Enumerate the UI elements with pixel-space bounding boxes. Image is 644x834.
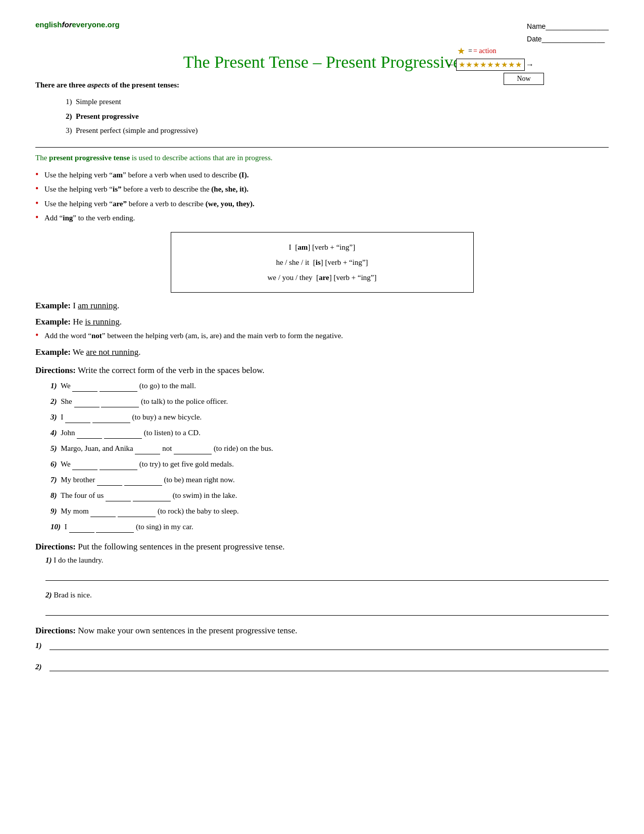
directions-2-text: Put the following sentences in the prese… — [78, 542, 284, 551]
name-date-block: Name________________ Date_______________… — [527, 20, 609, 45]
blank-1b[interactable] — [100, 384, 137, 392]
blank-2b[interactable] — [101, 399, 139, 407]
own-sent-num-2: 2) — [35, 663, 45, 671]
exercise-1-5: 5) Margo, Juan, and Anika not (to ride) … — [51, 442, 609, 454]
directions-2-label: Directions: — [35, 542, 76, 551]
ex1-num-8: 8) — [51, 491, 57, 499]
date-row: Date________________ — [527, 33, 609, 45]
directions-3: Directions: Now make your own sentences … — [35, 626, 609, 636]
exercise-1-7: 7) My brother (to be) mean right now. — [51, 474, 609, 486]
directions-3-label: Directions: — [35, 626, 76, 635]
aspects-list: 1) Simple present 2) Present progressive… — [66, 95, 609, 138]
rule-1: Use the helping verb “am” before a verb … — [35, 169, 609, 181]
own-sentence-blank-2[interactable] — [49, 661, 609, 671]
now-box: Now — [504, 73, 544, 85]
sentence-2-2: 2) Brad is nice. — [45, 591, 609, 616]
blank-7b[interactable] — [124, 478, 162, 486]
directions-3-text: Now make your own sentences in the prese… — [78, 626, 297, 635]
ex1-num-5: 5) — [51, 444, 57, 452]
sent-num-1: 1) — [45, 556, 52, 564]
intro-section: ★ = = action ← ★★★★★★★★★ → Now There are… — [35, 81, 609, 138]
blank-6a[interactable] — [72, 462, 97, 470]
blank-8b[interactable] — [133, 493, 171, 501]
formula-line-2: he / she / it [is] [verb + “ing”] — [186, 255, 458, 270]
sentence-2-2-text: Brad is nice. — [54, 591, 91, 599]
definition-line: The present progressive tense is used to… — [35, 154, 609, 162]
blank-4b[interactable] — [104, 431, 142, 439]
site-name-pre: english — [35, 20, 62, 29]
blank-5a[interactable] — [135, 446, 160, 454]
exercise-1-4: 4) John (to listen) to a CD. — [51, 427, 609, 439]
exercise-1-2: 2) She (to talk) to the police officer. — [51, 395, 609, 407]
blank-7a[interactable] — [97, 478, 122, 486]
ex1-num-7: 7) — [51, 476, 57, 484]
section-divider — [35, 147, 609, 148]
blank-9b[interactable] — [118, 509, 156, 517]
diagram: ★ = = action ← ★★★★★★★★★ → Now — [442, 45, 599, 85]
diagram-equals: = — [468, 47, 472, 55]
example-2-text: He is running. — [73, 317, 122, 327]
arrow-left-icon: ← — [447, 60, 455, 69]
diagram-star-label-row: ★ = = action — [457, 45, 599, 57]
name-label: Name — [527, 22, 546, 30]
blank-4a[interactable] — [77, 431, 102, 439]
example-1-underline: am running — [78, 301, 117, 310]
example-2-underline: is running — [85, 317, 119, 327]
blank-10b[interactable] — [96, 525, 134, 533]
own-sentence-2: 2) — [35, 661, 609, 671]
exercise-2-section: 1) I do the laundry. 2) Brad is nice. — [45, 556, 609, 616]
exercise-1-6: 6) We (to try) to get five gold medals. — [51, 458, 609, 470]
formula-line-1: I [am] [verb + “ing”] — [186, 240, 458, 255]
name-row: Name________________ — [527, 20, 609, 33]
example-neg-text: We are not running. — [73, 347, 141, 357]
directions-1: Directions: Write the correct form of th… — [35, 365, 609, 376]
rule-3: Use the helping verb “are” before a verb… — [35, 198, 609, 210]
exercise-1-9: 9) My mom (to rock) the baby to sleep. — [51, 505, 609, 517]
header: englishforeveryone.org Name_____________… — [35, 20, 609, 45]
blank-10a[interactable] — [69, 525, 94, 533]
formula-box: I [am] [verb + “ing”] he / she / it [is]… — [171, 232, 474, 293]
exercise-1-8: 8) The four of us (to swim) in the lake. — [51, 489, 609, 501]
example-1-text: I am running. — [73, 301, 119, 310]
writing-line-2-1[interactable] — [45, 567, 609, 581]
site-name: englishforeveryone.org — [35, 20, 120, 29]
arrow-right-icon: → — [526, 60, 534, 69]
example-neg-label: Example: — [35, 347, 71, 357]
name-line: ________________ — [546, 22, 609, 30]
date-line: ________________ — [542, 35, 605, 43]
blank-5b[interactable] — [174, 446, 212, 454]
formula-line-3: we / you / they [are] [verb + “ing”] — [186, 270, 458, 285]
example-2-label: Example: — [35, 317, 71, 327]
writing-line-2-2[interactable] — [45, 601, 609, 616]
blank-8a[interactable] — [106, 493, 131, 501]
ex1-num-1: 1) — [51, 382, 57, 390]
blank-3b[interactable] — [92, 415, 130, 423]
ex1-num-10: 10) — [51, 523, 61, 531]
site-name-post: everyone.org — [72, 20, 120, 29]
intro-bold-label: There are three aspects of the present t… — [35, 81, 179, 89]
example-1: Example: I am running. — [35, 301, 609, 311]
now-box-wrapper: Now — [473, 72, 599, 85]
ex1-num-3: 3) — [51, 413, 57, 421]
own-sentence-1: 1) — [35, 640, 609, 650]
sentence-2-1: 1) I do the laundry. — [45, 556, 609, 581]
blank-3a[interactable] — [65, 415, 90, 423]
blank-1a[interactable] — [72, 384, 97, 392]
own-sentence-blank-1[interactable] — [49, 640, 609, 650]
blank-6b[interactable] — [100, 462, 137, 470]
diagram-action-label: = action — [473, 47, 497, 55]
directions-1-text: Write the correct form of the verb in th… — [78, 365, 265, 375]
date-label: Date — [527, 35, 542, 43]
aspect-1: 1) Simple present — [66, 95, 609, 109]
example-2: Example: He is running. — [35, 317, 609, 327]
star-icon: ★ — [457, 45, 465, 57]
exercise-1-10: 10) I (to sing) in my car. — [51, 521, 609, 533]
directions-2: Directions: Put the following sentences … — [35, 542, 609, 552]
example-negative: Example: We are not running. — [35, 347, 609, 357]
diagram-stars: ★★★★★★★★★ — [456, 59, 525, 71]
blank-9a[interactable] — [90, 509, 116, 517]
own-sentences-section: 1) 2) — [35, 640, 609, 671]
blank-2a[interactable] — [74, 399, 100, 407]
ex1-num-4: 4) — [51, 429, 57, 437]
ex1-num-2: 2) — [51, 397, 57, 405]
